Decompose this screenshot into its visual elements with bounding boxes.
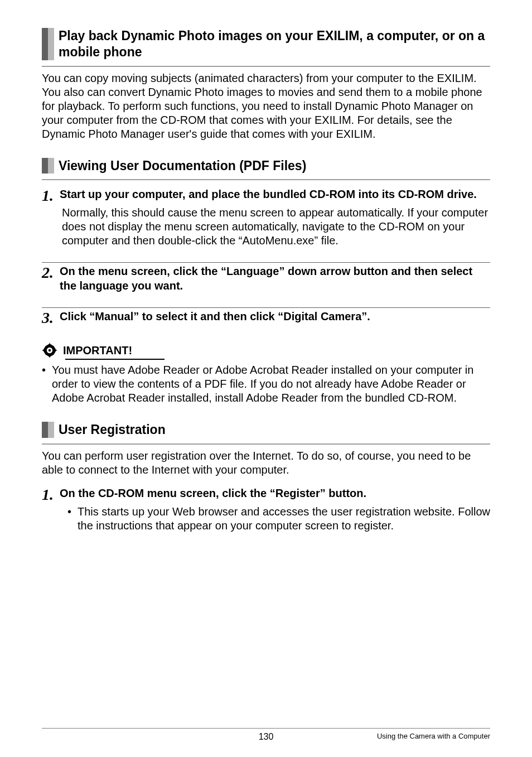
ur-step-1-bullet: This starts up your Web browser and acce… — [78, 505, 490, 533]
important-bullet: You must have Adobe Reader or Adobe Acro… — [52, 363, 490, 405]
heading-user-registration: User Registration — [42, 422, 490, 438]
step-text: On the CD-ROM menu screen, click the “Re… — [60, 486, 490, 500]
heading-play-back: Play back Dynamic Photo images on your E… — [42, 28, 490, 60]
step-number: 1. — [42, 486, 60, 503]
svg-point-3 — [49, 349, 51, 351]
important-icon — [42, 343, 57, 358]
page-number: 130 — [259, 732, 274, 742]
heading-bar-dark — [42, 422, 48, 438]
heading-bar-light — [48, 28, 54, 60]
step-3-container: 3. Click “Manual” to select it and then … — [42, 307, 490, 326]
play-back-body: You can copy moving subjects (animated c… — [42, 71, 490, 141]
step-3: 3. Click “Manual” to select it and then … — [42, 309, 490, 326]
page: Play back Dynamic Photo images on your E… — [0, 0, 532, 757]
step-1-detail: Normally, this should cause the menu scr… — [62, 206, 490, 248]
step-1: 1. Start up your computer, and place the… — [42, 187, 490, 204]
step-text: Start up your computer, and place the bu… — [60, 187, 490, 201]
step-text: Click “Manual” to select it and then cli… — [60, 309, 490, 324]
important-label: IMPORTANT! — [63, 344, 132, 357]
ur-step-1: 1. On the CD-ROM menu screen, click the … — [42, 486, 490, 503]
heading-bar-light — [48, 422, 54, 438]
step-number: 3. — [42, 309, 60, 326]
heading-rule — [42, 443, 490, 445]
user-registration-body: You can perform user registration over t… — [42, 449, 490, 477]
important-underline — [65, 359, 165, 360]
heading-viewing-docs-title: Viewing User Documentation (PDF Files) — [54, 158, 490, 174]
important-row: IMPORTANT! — [42, 343, 490, 358]
step-2-container: 2. On the menu screen, click the “Langua… — [42, 262, 490, 293]
heading-rule — [42, 66, 490, 67]
heading-bar-dark — [42, 28, 48, 60]
step-text: On the menu screen, click the “Language”… — [60, 264, 490, 293]
step-2: 2. On the menu screen, click the “Langua… — [42, 264, 490, 293]
step-number: 1. — [42, 187, 60, 204]
heading-bar-dark — [42, 158, 48, 174]
heading-bar-light — [48, 158, 54, 174]
footer: 130 Using the Camera with a Computer — [42, 728, 490, 740]
footer-section-label: Using the Camera with a Computer — [377, 732, 490, 740]
heading-user-registration-title: User Registration — [54, 422, 490, 438]
heading-viewing-docs: Viewing User Documentation (PDF Files) — [42, 158, 490, 174]
step-number: 2. — [42, 264, 60, 281]
heading-play-back-title: Play back Dynamic Photo images on your E… — [54, 28, 490, 60]
content-area: Play back Dynamic Photo images on your E… — [42, 28, 490, 728]
